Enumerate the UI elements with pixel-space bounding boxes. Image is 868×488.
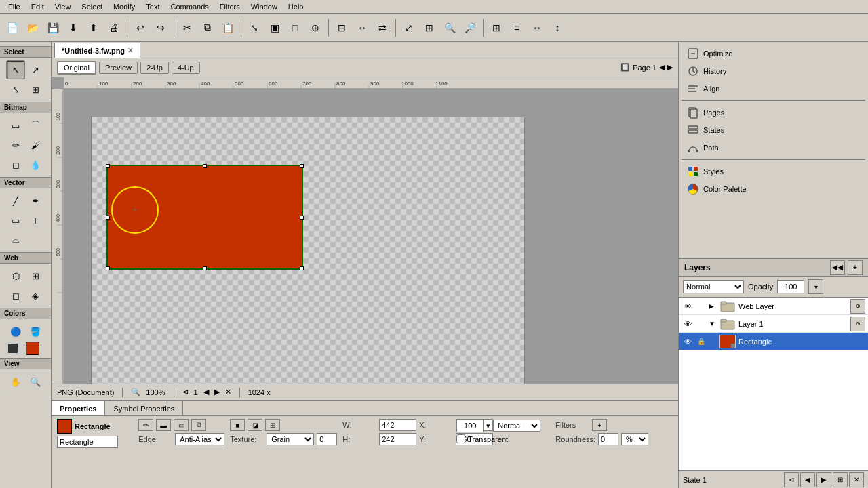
import2-button[interactable]: ⇄ bbox=[373, 18, 392, 37]
pointer-tool[interactable]: ↖ bbox=[6, 60, 25, 79]
transform-button[interactable]: ↔ bbox=[353, 18, 372, 37]
fill-pattern-btn[interactable]: ⧉ bbox=[191, 419, 206, 431]
add-filter-btn[interactable]: + bbox=[592, 419, 607, 431]
layer1-expand[interactable]: ▼ bbox=[709, 320, 718, 327]
state-next-btn[interactable]: ▶ bbox=[816, 472, 831, 487]
hide-slices-tool[interactable]: ◻ bbox=[6, 286, 25, 305]
menu-modify[interactable]: Modify bbox=[108, 1, 140, 12]
distribute-button[interactable]: ⊞ bbox=[420, 18, 439, 37]
layers-blend-select[interactable]: Normal Multiply bbox=[683, 280, 744, 293]
layer-item-1[interactable]: 👁 ▼ Layer 1 ⊙ bbox=[679, 315, 868, 333]
roundness-input[interactable]: 0 bbox=[598, 433, 618, 445]
height-input[interactable]: 242 bbox=[379, 433, 416, 445]
layers-collapse-btn[interactable]: ◀◀ bbox=[830, 260, 845, 275]
blend-mode-select[interactable]: Normal Multiply Screen bbox=[493, 420, 540, 432]
hotspot2-tool[interactable]: ◈ bbox=[26, 286, 45, 305]
edge-select[interactable]: Anti-Alias Hard Feather bbox=[175, 433, 224, 445]
styles-panel-item[interactable]: Styles bbox=[682, 163, 865, 180]
hotspot-tool[interactable]: ⬡ bbox=[6, 266, 25, 285]
fill-gradient-btn[interactable]: ▭ bbox=[174, 419, 189, 431]
preview-btn[interactable]: ⊞ bbox=[487, 18, 506, 37]
states-panel-item[interactable]: States bbox=[682, 121, 865, 139]
nav-prev[interactable]: ◀ bbox=[203, 388, 209, 396]
rect-layer-lock[interactable]: 🔒 bbox=[695, 336, 707, 348]
menu-filters[interactable]: Filters bbox=[214, 1, 245, 12]
export2-button[interactable]: ⤢ bbox=[399, 18, 418, 37]
fill-type-pattern[interactable]: ⊞ bbox=[265, 419, 280, 431]
menu-edit[interactable]: Edit bbox=[26, 1, 50, 12]
object-name-input[interactable] bbox=[57, 436, 118, 448]
export-button[interactable]: ⬆ bbox=[84, 18, 103, 37]
path-panel-item[interactable]: Path bbox=[682, 139, 865, 157]
roundness-unit-select[interactable]: % bbox=[621, 433, 648, 445]
menu-window[interactable]: Window bbox=[245, 1, 283, 12]
scale-tool[interactable]: ⤡ bbox=[6, 80, 25, 99]
eyedropper-tool[interactable]: 🔵 bbox=[6, 322, 25, 341]
optimize-panel-item[interactable]: Optimize bbox=[682, 45, 865, 62]
save-button[interactable]: 💾 bbox=[43, 18, 62, 37]
menu-help[interactable]: Help bbox=[283, 1, 309, 12]
pages-panel-item[interactable]: Pages bbox=[682, 104, 865, 121]
layer1-lock[interactable] bbox=[695, 318, 707, 330]
scale-button[interactable]: ⤡ bbox=[245, 18, 264, 37]
transparent-checkbox[interactable] bbox=[456, 434, 465, 443]
hand-tool[interactable]: ✋ bbox=[6, 372, 25, 391]
handle-mr[interactable] bbox=[300, 216, 304, 220]
state-new-btn[interactable]: ⊞ bbox=[833, 472, 848, 487]
redo-button[interactable]: ↪ bbox=[151, 18, 170, 37]
paste-button[interactable]: 📋 bbox=[218, 18, 237, 37]
page-nav-left[interactable]: ◀ bbox=[659, 63, 665, 72]
flipv-btn[interactable]: ↕ bbox=[548, 18, 567, 37]
palette-btn[interactable]: ≡ bbox=[507, 18, 526, 37]
layers-expand-btn[interactable]: + bbox=[848, 260, 863, 275]
properties-tab[interactable]: Properties bbox=[52, 401, 105, 415]
menu-commands[interactable]: Commands bbox=[165, 1, 214, 12]
fill-type-solid[interactable]: ■ bbox=[230, 419, 245, 431]
state-prev-btn[interactable]: ◀ bbox=[800, 472, 815, 487]
line-tool[interactable]: ╱ bbox=[6, 191, 25, 210]
new-button[interactable]: 📄 bbox=[3, 18, 22, 37]
texture-select[interactable]: Grain None bbox=[267, 433, 314, 445]
nav-last[interactable]: ✕ bbox=[225, 388, 231, 396]
slice-tool[interactable]: ⊞ bbox=[26, 266, 45, 285]
pencil-tool[interactable]: ✏ bbox=[6, 136, 25, 155]
import-button[interactable]: ⬇ bbox=[64, 18, 83, 37]
original-view-btn[interactable]: Original bbox=[57, 61, 96, 75]
color-palette-panel-item[interactable]: Color Palette bbox=[682, 180, 865, 198]
layers-opacity-input[interactable] bbox=[777, 280, 804, 293]
opacity-input[interactable]: 100 bbox=[456, 419, 484, 432]
marquee-tool[interactable]: ▭ bbox=[6, 116, 25, 135]
web-layer-lock[interactable] bbox=[695, 300, 707, 312]
menu-file[interactable]: File bbox=[3, 1, 26, 12]
twoup-view-btn[interactable]: 2-Up bbox=[140, 62, 169, 74]
handle-bl[interactable] bbox=[106, 266, 110, 270]
handle-tr[interactable] bbox=[300, 164, 304, 168]
handle-tl[interactable] bbox=[106, 164, 110, 168]
canvas-object-rectangle[interactable]: + bbox=[106, 165, 303, 270]
web-layer-eye[interactable]: 👁 bbox=[682, 300, 694, 312]
zoom-out-button[interactable]: 🔎 bbox=[460, 18, 479, 37]
brush-tool[interactable]: 🖌 bbox=[26, 136, 45, 155]
fill-type-gradient[interactable]: ◪ bbox=[248, 419, 262, 431]
align-button[interactable]: ⊟ bbox=[332, 18, 351, 37]
nav-first[interactable]: ⊲ bbox=[182, 388, 189, 396]
layer-item-web[interactable]: 👁 ▶ Web Layer ⊕ bbox=[679, 298, 868, 315]
tab-close-button[interactable]: ✕ bbox=[127, 47, 133, 54]
zoom-in-button[interactable]: 🔍 bbox=[440, 18, 459, 37]
layer1-action-btn[interactable]: ⊙ bbox=[850, 317, 865, 331]
fill-solid-btn[interactable]: ▬ bbox=[156, 419, 171, 431]
stroke-edit-btn[interactable]: ✏ bbox=[138, 419, 153, 431]
join-button[interactable]: ⊕ bbox=[306, 18, 325, 37]
layer1-eye[interactable]: 👁 bbox=[682, 318, 694, 330]
symbol-properties-tab[interactable]: Symbol Properties bbox=[105, 401, 183, 415]
eye-dropper-tool[interactable]: 💧 bbox=[26, 155, 45, 174]
handle-tm[interactable] bbox=[203, 164, 207, 168]
handle-ml[interactable] bbox=[106, 216, 110, 220]
fourup-view-btn[interactable]: 4-Up bbox=[172, 62, 200, 74]
width-input[interactable]: 442 bbox=[379, 419, 416, 431]
lasso-tool[interactable]: ⌒ bbox=[26, 116, 45, 135]
copy-button[interactable]: ⧉ bbox=[198, 18, 217, 37]
pen-tool[interactable]: ✒ bbox=[26, 191, 45, 210]
group-button[interactable]: ▣ bbox=[265, 18, 284, 37]
state-first-btn[interactable]: ⊲ bbox=[784, 472, 799, 487]
